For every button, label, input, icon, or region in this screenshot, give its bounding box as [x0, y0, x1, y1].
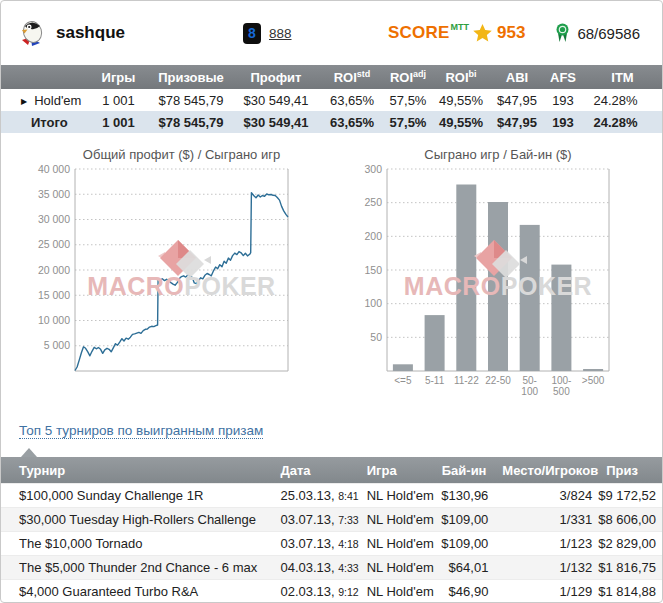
- svg-text:250: 250: [364, 196, 382, 208]
- abi-value: $47,95: [489, 89, 545, 111]
- col-place: Место/Игроков: [494, 457, 598, 484]
- tournament-place: 1/132: [494, 556, 598, 580]
- profit-line-chart: Общий профит ($) / Сыграно игр 5 00010 0…: [29, 147, 329, 409]
- tournament-game: NL Hold'em: [359, 484, 434, 508]
- roi-adj-value: 57,5%: [383, 89, 433, 111]
- bar-chart-title: Сыграно игр / Бай-ин ($): [387, 147, 609, 165]
- stats-col-prizes: Призовые: [151, 65, 231, 89]
- tournament-row: $30,000 Tuesday High-Rollers Challenge 0…: [1, 508, 663, 532]
- profile-bar: sashque 8 888 SCORE MTT 953 68/69586: [1, 1, 662, 65]
- svg-text:100: 100: [521, 386, 538, 397]
- itm-value: 24.28%: [581, 89, 663, 111]
- roi-bi-value: 49,55%: [433, 89, 489, 111]
- tournament-name: The $10,000 Tornado: [1, 532, 272, 556]
- svg-text:11-22: 11-22: [454, 375, 479, 386]
- svg-text:5 000: 5 000: [44, 339, 70, 351]
- rank-block: 68/69586: [555, 23, 640, 43]
- tournament-date: 25.03.13, 8:41: [272, 484, 358, 508]
- stats-summary-table: Игры Призовые Профит ROIstd ROIadj ROIbi…: [1, 65, 663, 133]
- tournament-prize: $1 814,88: [598, 580, 663, 603]
- svg-text:>500: >500: [582, 375, 605, 386]
- tournament-name: $100,000 Sunday Challenge 1R: [1, 484, 272, 508]
- charts-section: Общий профит ($) / Сыграно игр 5 00010 0…: [1, 147, 662, 409]
- afs-value: 193: [545, 111, 581, 133]
- medal-icon: [555, 23, 570, 43]
- score-value: 953: [497, 23, 525, 43]
- score-mtt-sup: MTT: [451, 22, 470, 32]
- buyin-bar-chart-svg: 50100150200250300<=55-1111-2222-5050-100…: [351, 165, 617, 405]
- stats-col-profit: Профит: [231, 65, 321, 89]
- col-game: Игра: [359, 457, 434, 484]
- tournament-prize: $2 829,00: [598, 532, 663, 556]
- tournament-prize: $9 172,52: [598, 484, 663, 508]
- svg-text:50-: 50-: [522, 375, 536, 386]
- svg-text:<=5: <=5: [394, 375, 412, 386]
- macropoker-player-stats-page: sashque 8 888 SCORE MTT 953 68/69586: [0, 0, 663, 603]
- stats-col-roi-bi: ROIbi: [433, 65, 489, 89]
- stats-row-holdem: ▶Hold'em 1 001 $78 545,79 $30 549,41 63,…: [1, 89, 663, 111]
- tournament-name: $30,000 Tuesday High-Rollers Challenge: [1, 508, 272, 532]
- stats-header-row: Игры Призовые Профит ROIstd ROIadj ROIbi…: [1, 65, 663, 89]
- tournament-date: 04.03.13, 4:33: [272, 556, 358, 580]
- tournament-buyin: $46,90: [434, 580, 495, 603]
- tournament-place: 1/331: [494, 508, 598, 532]
- tournament-buyin: $109,00: [434, 508, 495, 532]
- expand-row-icon[interactable]: ▶: [21, 97, 27, 106]
- tournament-buyin: $109,00: [434, 532, 495, 556]
- col-prize: Приз: [598, 457, 663, 484]
- svg-text:35 000: 35 000: [38, 188, 70, 200]
- stats-col-games: Игры: [86, 65, 151, 89]
- roi-adj-value: 57,5%: [383, 111, 433, 133]
- itm-value: 24.28%: [581, 111, 663, 133]
- buyin-bar-chart: Сыграно игр / Бай-ин ($) 501001502002503…: [351, 147, 651, 409]
- tournament-game: NL Hold'em: [359, 580, 434, 603]
- svg-text:25 000: 25 000: [38, 238, 70, 250]
- roi-std-value: 63,65%: [321, 111, 383, 133]
- svg-text:22-50: 22-50: [485, 375, 511, 386]
- games-value: 1 001: [86, 89, 151, 111]
- svg-text:50: 50: [370, 331, 382, 343]
- profit-value: $30 549,41: [231, 89, 321, 111]
- tournaments-table: Турнир Дата Игра Бай-ин Место/Игроков Пр…: [1, 457, 663, 603]
- roi-bi-value: 49,55%: [433, 111, 489, 133]
- svg-text:5-11: 5-11: [425, 375, 445, 386]
- line-chart-title: Общий профит ($) / Сыграно игр: [75, 147, 288, 165]
- stats-row-total: Итого 1 001 $78 545,79 $30 549,41 63,65%…: [1, 111, 663, 133]
- arrow-up-pointer-icon: [21, 448, 37, 457]
- tournament-prize: $8 606,00: [598, 508, 663, 532]
- tournament-date: 02.03.13, 9:12: [272, 580, 358, 603]
- stats-col-afs: AFS: [545, 65, 581, 89]
- svg-text:100-: 100-: [551, 375, 571, 386]
- svg-text:10 000: 10 000: [38, 314, 70, 326]
- svg-text:15 000: 15 000: [38, 289, 70, 301]
- svg-text:20 000: 20 000: [38, 264, 70, 276]
- tournament-row: $100,000 Sunday Challenge 1R 25.03.13, 8…: [1, 484, 663, 508]
- room-link[interactable]: 888: [269, 26, 292, 41]
- score-block: SCORE MTT 953: [388, 23, 525, 43]
- tournament-place: 3/824: [494, 484, 598, 508]
- stats-col-roi-adj: ROIadj: [383, 65, 433, 89]
- rank-value: 68/69586: [577, 25, 640, 42]
- svg-text:100: 100: [364, 297, 382, 309]
- tournament-name: The $5,000 Thunder 2nd Chance - 6 max: [1, 556, 272, 580]
- bird-avatar-icon: [19, 19, 46, 47]
- tournament-place: 1/129: [494, 580, 598, 603]
- afs-value: 193: [545, 89, 581, 111]
- tournament-row: The $5,000 Thunder 2nd Chance - 6 max 04…: [1, 556, 663, 580]
- tournament-date: 03.07.13, 4:18: [272, 532, 358, 556]
- poker-room: 8 888: [243, 23, 292, 44]
- svg-text:300: 300: [364, 165, 382, 175]
- top5-tournaments-link[interactable]: Топ 5 турниров по выигранным призам: [19, 423, 263, 439]
- svg-text:200: 200: [364, 230, 382, 242]
- stats-col-abi: ABI: [489, 65, 545, 89]
- tournament-row: $4,000 Guaranteed Turbo R&A 02.03.13, 9:…: [1, 580, 663, 603]
- tournament-name: $4,000 Guaranteed Turbo R&A: [1, 580, 272, 603]
- svg-text:40 000: 40 000: [38, 165, 70, 175]
- svg-text:30 000: 30 000: [38, 213, 70, 225]
- tournament-game: NL Hold'em: [359, 532, 434, 556]
- tournaments-header-row: Турнир Дата Игра Бай-ин Место/Игроков Пр…: [1, 457, 663, 484]
- game-type-label: Hold'em: [34, 93, 81, 108]
- col-date: Дата: [272, 457, 358, 484]
- col-tournament: Турнир: [1, 457, 272, 484]
- score-label: SCORE: [388, 23, 449, 43]
